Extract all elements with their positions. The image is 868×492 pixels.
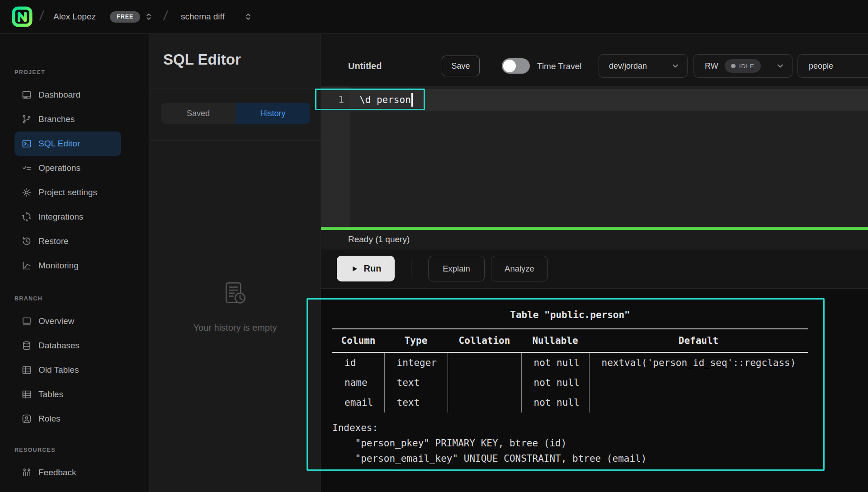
- status-bar: Ready (1 query): [321, 230, 868, 249]
- sidebar-item-label: Branches: [38, 114, 75, 124]
- index-line: "person_pkey" PRIMARY KEY, btree (id): [332, 438, 566, 449]
- divider: [411, 259, 411, 278]
- divider: [150, 481, 321, 481]
- sidebar-item-databases[interactable]: Databases: [14, 333, 121, 358]
- sidebar-item-monitoring[interactable]: Monitoring: [14, 253, 121, 278]
- dashboard-icon: [21, 89, 32, 100]
- compute-status: IDLE: [739, 63, 755, 70]
- table-icon: [21, 365, 32, 375]
- integrations-icon: [21, 211, 32, 222]
- breadcrumb-project[interactable]: schema diff: [181, 12, 225, 22]
- result-header-row: Column Type Collation Nullable Default: [332, 329, 808, 352]
- sidebar-item-integrations[interactable]: Integrations: [14, 205, 121, 229]
- breadcrumb-separator: /: [163, 8, 169, 23]
- actions-bar: Run Explain Analyze: [321, 249, 868, 289]
- analyze-button[interactable]: Analyze: [491, 256, 548, 281]
- editor-main: Untitled Save Time Travel dev/jordan RW …: [321, 34, 868, 492]
- divider: [492, 47, 492, 84]
- cell: not null: [521, 352, 589, 373]
- database-select[interactable]: people: [797, 54, 868, 78]
- sidebar-item-label: SQL Editor: [38, 139, 80, 149]
- branch-select[interactable]: dev/jordan: [599, 54, 688, 78]
- empty-history-text: Your history is empty: [150, 323, 321, 333]
- database-icon: [21, 340, 32, 351]
- cell: [589, 393, 808, 412]
- top-bar: / Alex Lopez FREE / schema diff: [0, 0, 868, 34]
- cell: [448, 352, 521, 373]
- compute-mode: RW: [705, 61, 718, 71]
- sidebar-item-branches[interactable]: Branches: [14, 107, 121, 131]
- cell: text: [384, 393, 448, 412]
- tab-saved[interactable]: Saved: [161, 103, 236, 124]
- indexes-label: Indexes:: [332, 422, 378, 433]
- result-table: Column Type Collation Nullable Default i…: [332, 328, 808, 412]
- org-switcher-icon[interactable]: [144, 12, 154, 22]
- tab-history[interactable]: History: [236, 103, 310, 124]
- time-travel-toggle[interactable]: [502, 58, 530, 74]
- code-text: \d person: [359, 94, 411, 105]
- plan-badge: FREE: [110, 11, 140, 23]
- save-button[interactable]: Save: [442, 56, 480, 76]
- status-text: Ready (1 query): [348, 234, 410, 244]
- cell: email: [332, 393, 384, 412]
- project-switcher-icon[interactable]: [243, 12, 253, 22]
- saved-history-tabs: Saved History: [161, 103, 310, 124]
- query-progress-bar: [321, 227, 868, 230]
- sidebar-item-label: Monitoring: [38, 261, 79, 271]
- sql-editor-panel: SQL Editor Saved History Your history is…: [149, 34, 321, 492]
- sidebar-item-restore[interactable]: Restore: [14, 229, 121, 253]
- roles-icon: [21, 413, 32, 424]
- overview-icon: [21, 316, 32, 327]
- page-title: SQL Editor: [163, 51, 241, 68]
- neon-logo[interactable]: [11, 6, 33, 28]
- sql-editor-icon: [21, 138, 32, 149]
- sidebar-item-label: Overview: [38, 316, 74, 326]
- table-icon: [21, 389, 32, 400]
- divider: [150, 140, 321, 141]
- cell: id: [332, 352, 384, 373]
- result-table-title: Table "public.person": [332, 309, 808, 322]
- cell: nextval('person_id_seq'::regclass): [589, 352, 808, 373]
- run-button[interactable]: Run: [337, 256, 395, 281]
- column-header: Nullable: [521, 329, 589, 352]
- text-cursor: [411, 93, 413, 107]
- sidebar-item-roles[interactable]: Roles: [14, 407, 121, 431]
- restore-icon: [21, 236, 32, 247]
- sidebar-item-label: Restore: [38, 236, 69, 246]
- time-travel-label: Time Travel: [537, 61, 582, 71]
- sidebar-item-label: Tables: [38, 389, 63, 399]
- sidebar-item-label: Roles: [38, 414, 61, 424]
- cell: not null: [521, 393, 589, 412]
- breadcrumb-separator: /: [39, 8, 45, 23]
- sidebar-item-old-tables[interactable]: Old Tables: [14, 358, 121, 382]
- query-name[interactable]: Untitled: [348, 61, 382, 71]
- sidebar-item-label: Integrations: [38, 212, 83, 222]
- sidebar-item-project-settings[interactable]: Project settings: [14, 180, 121, 205]
- sidebar-item-sql-editor[interactable]: SQL Editor: [14, 131, 121, 156]
- table-row: name text not null: [332, 373, 808, 393]
- sidebar-item-label: Feedback: [38, 468, 76, 478]
- sidebar-item-label: Databases: [38, 341, 80, 351]
- sidebar: PROJECT Dashboard Branches: [0, 34, 149, 492]
- breadcrumb-org[interactable]: Alex Lopez: [53, 12, 96, 22]
- query-results: Table "public.person" Column Type Collat…: [321, 289, 868, 492]
- table-row: id integer not null nextval('person_id_s…: [332, 352, 808, 373]
- sidebar-item-tables[interactable]: Tables: [14, 382, 121, 407]
- sidebar-item-overview[interactable]: Overview: [14, 309, 121, 333]
- compute-select[interactable]: RW IDLE: [693, 54, 793, 78]
- empty-history-icon: [220, 281, 250, 310]
- indexes-block: Indexes: "person_pkey" PRIMARY KEY, btre…: [332, 420, 808, 466]
- history-empty-state: Your history is empty: [150, 281, 321, 333]
- column-header: Column: [332, 329, 384, 352]
- sidebar-item-operations[interactable]: Operations: [14, 156, 121, 180]
- sidebar-item-label: Dashboard: [38, 90, 80, 100]
- chevron-down-icon: [671, 61, 680, 70]
- table-row: email text not null: [332, 393, 808, 412]
- editor-toolbar: Untitled Save Time Travel dev/jordan RW …: [321, 34, 868, 87]
- sidebar-item-feedback[interactable]: Feedback: [14, 460, 121, 485]
- operations-icon: [21, 163, 32, 173]
- sql-code-editor[interactable]: 1 \d person: [321, 87, 868, 227]
- sidebar-item-dashboard[interactable]: Dashboard: [14, 83, 121, 107]
- explain-button[interactable]: Explain: [428, 256, 485, 281]
- column-header: Default: [589, 329, 808, 352]
